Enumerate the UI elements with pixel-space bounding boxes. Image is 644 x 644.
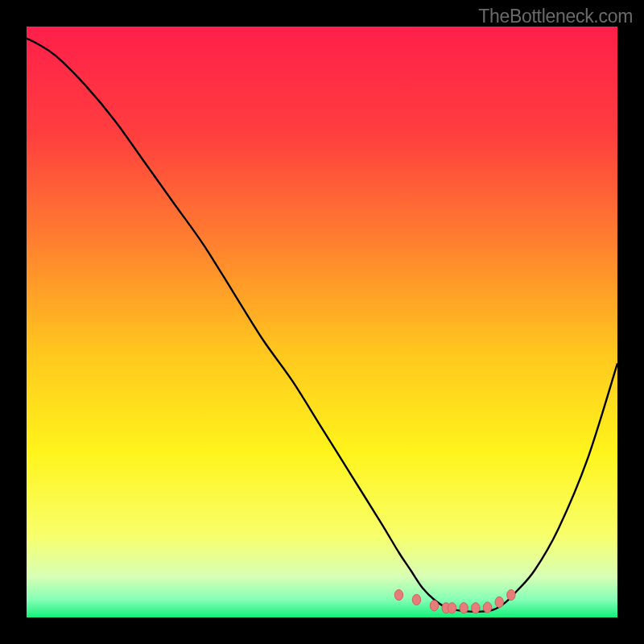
curve-marker: [495, 597, 503, 607]
plot-background: [27, 27, 617, 617]
curve-marker: [448, 603, 456, 613]
bottleneck-curve-chart: [0, 0, 644, 644]
curve-marker: [472, 603, 480, 613]
curve-marker: [460, 603, 468, 613]
curve-marker: [483, 602, 491, 613]
watermark-label: TheBottleneck.com: [478, 6, 633, 27]
curve-marker: [412, 594, 420, 605]
curve-marker: [394, 590, 402, 601]
curve-marker: [430, 601, 438, 611]
chart-frame: TheBottleneck.com: [0, 0, 644, 644]
curve-marker: [507, 590, 515, 601]
